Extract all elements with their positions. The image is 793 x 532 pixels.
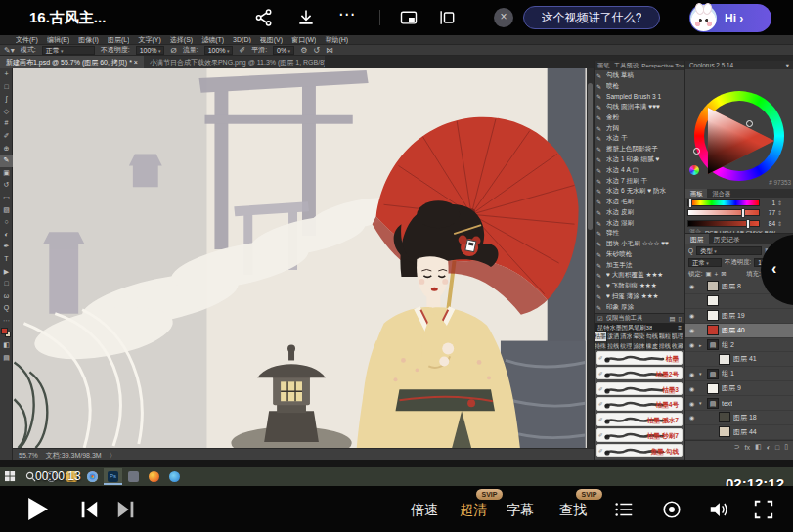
layer-row[interactable]: 图层 44 <box>685 425 793 440</box>
lock-pixels-icon[interactable]: ▣ <box>706 270 712 278</box>
download-icon[interactable] <box>296 8 316 27</box>
collapse-icon[interactable]: ▾ <box>786 61 789 69</box>
tool-button[interactable]: ω <box>0 290 13 303</box>
layer-name[interactable]: 图层 19 <box>722 311 745 321</box>
menu-item[interactable]: 图像(I) <box>78 35 99 45</box>
brush-category-tab[interactable]: 排线 <box>659 341 672 351</box>
app-edge[interactable] <box>165 468 184 485</box>
brush-category-tab[interactable]: 勾线 <box>646 332 659 341</box>
tool-button[interactable]: # <box>0 117 13 130</box>
tool-preset-row[interactable]: ✎ 水边 7 扭刷 干 <box>595 176 684 187</box>
layer-name[interactable]: text <box>722 400 732 407</box>
brush-category-tab[interactable]: 收藏 <box>672 341 684 351</box>
start-button[interactable] <box>1 468 20 485</box>
brush-category-tab[interactable]: 拉线 <box>607 341 620 351</box>
menu-item[interactable]: 图层(L) <box>108 35 130 45</box>
tool-button[interactable]: ✐ <box>0 130 13 143</box>
color-wheel-icon[interactable] <box>689 165 699 175</box>
tool-button[interactable]: ◧ <box>0 339 13 352</box>
subtitle-button[interactable]: 字幕 <box>507 502 534 519</box>
zoom-level[interactable]: 55.7% <box>19 452 38 459</box>
panel-tab[interactable]: Perspective Tool <box>639 61 684 70</box>
volume-icon[interactable] <box>708 499 729 520</box>
tool-button[interactable]: □ <box>0 81 13 94</box>
layer-row[interactable]: 图层 41 <box>685 352 793 367</box>
tool-preset-row[interactable]: ✎ 水边 皮刷 <box>595 207 684 218</box>
menu-item[interactable]: 帮助(H) <box>325 35 348 45</box>
tool-button[interactable]: ◐ <box>0 229 13 242</box>
canvas-scrollbar[interactable] <box>587 68 594 448</box>
stepper-icon[interactable]: ⇕ <box>777 220 782 227</box>
menu-item[interactable]: 编辑(E) <box>47 35 69 45</box>
stepper-icon[interactable]: ⇕ <box>777 209 782 216</box>
layers-footer-icon[interactable]: ◐ <box>767 444 771 451</box>
brush-category-tab[interactable]: 肌理 <box>672 332 684 341</box>
layer-name[interactable]: 图层 40 <box>722 326 745 335</box>
brush-category-tab[interactable]: 泼洒 <box>607 332 620 341</box>
bri-value[interactable]: 84 <box>762 220 775 227</box>
tool-button[interactable]: ▣ <box>0 167 13 180</box>
record-icon[interactable] <box>661 499 683 520</box>
tool-button[interactable]: ▭ <box>0 192 13 204</box>
group-expand-icon[interactable]: ▾ <box>699 371 704 377</box>
brush-category-tab[interactable]: 颗粒 <box>659 332 672 341</box>
tool-preset-row[interactable]: ✎ 弹性 <box>595 228 684 239</box>
hue-marker[interactable] <box>693 148 700 155</box>
hue-value[interactable]: 1 <box>762 200 775 206</box>
tool-preset-row[interactable]: ✎ 金粉 <box>595 112 684 123</box>
bri-slider[interactable] <box>687 220 760 227</box>
fullscreen-icon[interactable] <box>753 499 774 520</box>
tab-history[interactable]: 历史记录 <box>709 234 745 244</box>
layer-visibility-icon[interactable]: ◉ <box>687 385 696 392</box>
menu-item[interactable]: 3D(D) <box>233 36 251 43</box>
tool-preset-row[interactable]: ✎ 水边 6 无水刷 ♥ 防水 <box>595 186 684 197</box>
layers-footer-icon[interactable]: ◧ <box>755 443 762 451</box>
panel-tab[interactable]: 工具预设 <box>611 61 639 70</box>
speed-button[interactable]: 倍速 <box>411 502 438 519</box>
document-tab[interactable]: 小满节日合成下载效果PNG.png @ 11.3% (图层 1, RGB/8) … <box>144 56 325 68</box>
layers-footer-icon[interactable]: □ <box>775 444 779 451</box>
tool-preset-row[interactable]: ✎ 朱砂喷枪 <box>595 249 684 260</box>
brush-category-tab[interactable]: 橡皮 <box>646 341 659 351</box>
tab-layers[interactable]: 图层 <box>685 234 709 244</box>
group-expand-icon[interactable]: ▸ <box>699 342 704 348</box>
tool-button[interactable]: + <box>0 68 13 81</box>
group-expand-icon[interactable]: ▾ <box>699 400 704 406</box>
tool-preset-row[interactable]: ✎ 方阔 <box>595 123 684 134</box>
tool-button[interactable]: ▨ <box>0 204 13 217</box>
layer-name[interactable]: 图层 41 <box>733 354 757 364</box>
tool-preset-row[interactable]: ✎ ♥ 飞散刻痕 ★★★ <box>595 281 684 291</box>
tool-button[interactable]: T <box>0 253 13 266</box>
tool-button[interactable]: □ <box>0 278 13 290</box>
layer-visibility-icon[interactable]: ◉ <box>687 400 696 407</box>
delete-preset-icon[interactable]: ▯ <box>679 315 682 322</box>
layer-row[interactable]: ◉ 图层 9 <box>685 381 793 396</box>
brush-preview-row[interactable]: ✐ 枯墨3 <box>595 381 684 397</box>
color-wheel-area[interactable]: # 97353 <box>685 69 793 189</box>
app-generic[interactable] <box>124 468 143 485</box>
tool-preset-row[interactable]: ✎ ♥ 扫篷 薄涂 ★★★ <box>595 291 684 302</box>
tool-preset-row[interactable]: ✎ 水边 1 印象 细腻 ♥ <box>595 155 684 165</box>
document-tab-active[interactable]: 新建画布1.psd @ 55.7% (图层 60, 拷贝) * × <box>0 56 144 68</box>
layer-name[interactable]: 图层 9 <box>722 383 741 393</box>
pressure-icon[interactable]: ✐ <box>239 46 245 55</box>
tool-button[interactable]: ✒ <box>0 241 13 253</box>
app-photoshop[interactable]: Ps <box>104 468 122 485</box>
filter-kind-select[interactable]: 类型 <box>696 246 762 255</box>
play-button[interactable] <box>23 496 50 522</box>
layers-footer-icon[interactable]: fx <box>745 444 750 451</box>
tool-button[interactable]: ↺ <box>0 179 13 192</box>
blend-mode-select[interactable]: 正常 <box>688 258 722 267</box>
brush-category-tab[interactable]: 纹理 <box>620 341 633 351</box>
mini-player-icon[interactable] <box>437 8 457 27</box>
brush-category-tab[interactable]: 涂抹 <box>633 341 645 351</box>
brush-category-tab[interactable]: 清水 <box>620 332 633 341</box>
tool-preset-row[interactable]: ✎ 加玉手法 <box>595 260 684 271</box>
prev-button[interactable] <box>78 499 100 520</box>
tool-preset-row[interactable]: ✎ 团块 小毛刷 ☆☆☆ ♥♥ <box>595 239 684 249</box>
canvas-area[interactable] <box>13 68 587 448</box>
layer-visibility-icon[interactable]: ◉ <box>687 371 696 377</box>
menu-item[interactable]: 视图(V) <box>260 35 283 45</box>
tool-button[interactable]: ʃ <box>0 93 13 106</box>
layers-footer-icon[interactable]: ▯ <box>784 443 788 451</box>
